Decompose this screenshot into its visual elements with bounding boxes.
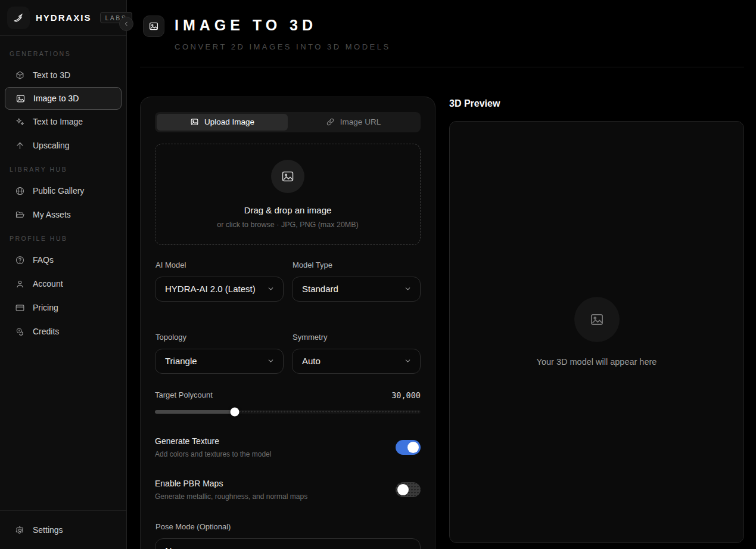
topology-select[interactable]: Triangle	[155, 349, 284, 374]
chevron-down-icon	[404, 357, 412, 365]
pbr-maps-toggle[interactable]	[396, 482, 421, 497]
generate-texture-toggle[interactable]	[396, 440, 421, 455]
sidebar-item-image-to-3d[interactable]: Image to 3D	[5, 87, 122, 110]
generate-texture-label: Generate Texture	[155, 436, 271, 446]
tab-label: Upload Image	[204, 117, 254, 126]
dropzone-image-icon	[271, 160, 304, 193]
link-icon	[326, 117, 335, 126]
preview-column: 3D Preview Your 3D model will appear her…	[449, 97, 744, 543]
dropzone-subtitle: or click to browse · JPG, PNG (max 20MB)	[217, 221, 359, 229]
model-type-value: Standard	[302, 284, 338, 294]
image-icon	[15, 94, 26, 104]
sidebar-item-label: Public Gallery	[33, 186, 84, 196]
ai-model-value: HYDRA-AI 2.0 (Latest)	[165, 284, 256, 294]
page-title: IMAGE TO 3D	[175, 15, 391, 35]
coins-icon	[14, 327, 25, 337]
preview-placeholder-image-icon	[574, 297, 620, 342]
source-tabbar: Upload Image Image URL	[155, 112, 421, 132]
symmetry-label: Symmetry	[293, 333, 421, 342]
preview-viewport[interactable]: Your 3D model will appear here	[449, 121, 744, 543]
chevron-left-icon	[123, 21, 129, 27]
gear-icon	[14, 525, 25, 535]
generate-texture-description: Add colors and textures to the model	[155, 450, 271, 458]
polycount-slider-fill	[155, 410, 235, 414]
generate-texture-text: Generate Texture Add colors and textures…	[155, 436, 271, 458]
pose-mode-value: None	[165, 547, 188, 549]
polycount-value: 30,000	[391, 390, 421, 400]
sidebar-item-faqs[interactable]: FAQs	[0, 248, 126, 272]
model-type-label: Model Type	[293, 260, 421, 269]
cube-icon	[14, 70, 25, 80]
model-type-select[interactable]: Standard	[292, 277, 421, 302]
sidebar-item-label: Text to 3D	[33, 70, 70, 80]
pbr-maps-label: Enable PBR Maps	[155, 479, 307, 488]
sidebar-item-credits[interactable]: Credits	[0, 320, 126, 343]
generation-settings-card: Upload Image Image URL Drag & drop an im…	[140, 97, 435, 549]
ai-model-label: AI Model	[155, 260, 284, 269]
topology-label: Topology	[155, 333, 284, 342]
polycount-slider[interactable]	[155, 407, 421, 416]
topology-value: Triangle	[165, 356, 197, 366]
section-label-profile-hub: PROFILE HUB	[0, 227, 126, 248]
tab-upload-image[interactable]: Upload Image	[157, 114, 288, 131]
pbr-maps-description: Generate metallic, roughness, and normal…	[155, 492, 307, 501]
pose-mode-label: Pose Mode (Optional)	[155, 522, 421, 531]
polycount-label: Target Polycount	[155, 390, 213, 399]
brand-header: HYDRAXIS LABS	[0, 0, 126, 36]
app-root: HYDRAXIS LABS GENERATIONS Text to 3D Ima…	[0, 0, 756, 549]
image-icon	[190, 117, 199, 126]
globe-icon	[14, 186, 25, 196]
sidebar-footer: Settings	[0, 510, 126, 549]
sidebar-item-label: Credits	[33, 327, 59, 336]
tab-image-url[interactable]: Image URL	[288, 114, 419, 131]
pbr-maps-text: Enable PBR Maps Generate metallic, rough…	[155, 479, 307, 501]
sidebar-item-text-to-3d[interactable]: Text to 3D	[0, 63, 126, 87]
sidebar-collapse-button[interactable]	[119, 17, 133, 31]
user-icon	[14, 279, 25, 289]
symmetry-select[interactable]: Auto	[292, 349, 421, 374]
header-divider	[140, 67, 744, 67]
folder-icon	[14, 210, 25, 220]
sidebar-item-label: Pricing	[33, 303, 58, 312]
sidebar-item-account[interactable]: Account	[0, 272, 126, 296]
sidebar-item-label: Settings	[33, 525, 63, 535]
sidebar-nav: GENERATIONS Text to 3D Image to 3D Text …	[0, 36, 126, 510]
tab-label: Image URL	[340, 117, 381, 126]
toggle-knob	[397, 484, 409, 495]
main-area: IMAGE TO 3D CONVERT 2D IMAGES INTO 3D MO…	[127, 0, 756, 549]
content-area: Upload Image Image URL Drag & drop an im…	[140, 97, 744, 549]
sidebar-item-upscaling[interactable]: Upscaling	[0, 134, 126, 157]
sidebar-item-public-gallery[interactable]: Public Gallery	[0, 179, 126, 203]
sidebar-item-pricing[interactable]: Pricing	[0, 296, 126, 320]
chevron-down-icon	[404, 285, 412, 293]
brand-name: HYDRAXIS	[36, 13, 92, 23]
chevron-down-icon	[267, 357, 275, 365]
page-header: IMAGE TO 3D CONVERT 2D IMAGES INTO 3D MO…	[127, 0, 756, 51]
polycount-slider-thumb[interactable]	[230, 407, 239, 416]
chevron-down-icon	[267, 285, 275, 293]
page-subtitle: CONVERT 2D IMAGES INTO 3D MODELS	[175, 42, 391, 51]
sidebar: HYDRAXIS LABS GENERATIONS Text to 3D Ima…	[0, 0, 127, 549]
sidebar-item-my-assets[interactable]: My Assets	[0, 203, 126, 227]
question-circle-icon	[14, 255, 25, 265]
preview-placeholder-text: Your 3D model will appear here	[537, 357, 657, 367]
section-label-generations: GENERATIONS	[0, 42, 126, 63]
arrow-up-icon	[14, 141, 25, 151]
sidebar-item-text-to-image[interactable]: Text to Image	[0, 110, 126, 134]
preview-title: 3D Preview	[449, 97, 744, 109]
sidebar-item-label: My Assets	[33, 210, 71, 219]
brand-logo-icon	[7, 7, 30, 29]
pose-mode-select[interactable]: None	[155, 538, 421, 549]
symmetry-value: Auto	[302, 356, 321, 366]
image-dropzone[interactable]: Drag & drop an image or click to browse …	[155, 144, 421, 245]
page-header-image-icon	[143, 15, 164, 37]
sidebar-item-label: Image to 3D	[33, 94, 79, 103]
section-label-library-hub: LIBRARY HUB	[0, 157, 126, 179]
sidebar-item-settings[interactable]: Settings	[0, 518, 126, 542]
sidebar-item-label: FAQs	[33, 255, 54, 265]
sparkles-icon	[14, 117, 25, 127]
ai-model-select[interactable]: HYDRA-AI 2.0 (Latest)	[155, 277, 284, 302]
page-header-text: IMAGE TO 3D CONVERT 2D IMAGES INTO 3D MO…	[175, 15, 391, 51]
sidebar-item-label: Upscaling	[33, 141, 69, 150]
sidebar-item-label: Account	[33, 279, 63, 289]
